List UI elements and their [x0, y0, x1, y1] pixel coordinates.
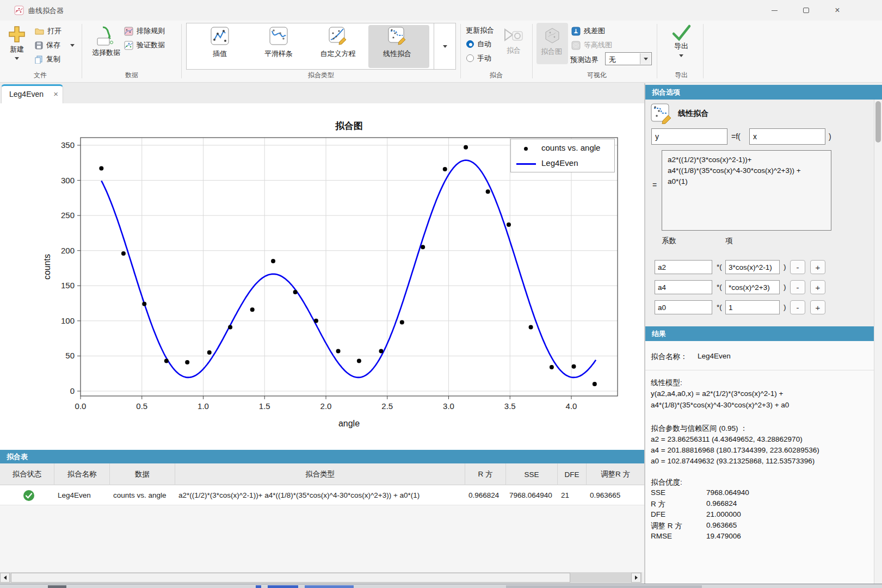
col-rsquare[interactable]: R 方	[465, 463, 506, 485]
add-term-1-button[interactable]: +	[810, 260, 825, 274]
svg-text:2.5: 2.5	[381, 401, 393, 411]
remove-term-3-button[interactable]: -	[790, 300, 805, 314]
equals-label: =	[652, 181, 657, 189]
dependent-variable-input[interactable]	[651, 128, 727, 145]
term-a4-input[interactable]	[725, 280, 780, 294]
svg-text:250: 250	[61, 211, 75, 220]
ribbon-toolbar: 新建 打开 保存 复制 文件 选择数据	[0, 21, 882, 83]
residuals-plot-label: 残差图	[584, 26, 605, 36]
vertical-scrollbar[interactable]	[874, 100, 882, 584]
col-adj-rsquare[interactable]: 调整R 方	[587, 463, 644, 485]
col-dfe[interactable]: DFE	[558, 463, 587, 485]
close-button[interactable]: ×	[825, 3, 850, 17]
ci-title: 拟合参数与信赖区间 (0.95) ：	[651, 424, 748, 434]
fit-table-empty-area	[0, 505, 644, 572]
maximize-button[interactable]	[793, 3, 818, 17]
auto-fit-radio[interactable]: 自动	[466, 39, 491, 49]
fit-plot-toggle-disabled[interactable]: 拟合图	[536, 23, 568, 64]
fit-options-header-bar: 拟合选项	[645, 85, 882, 100]
col-fit-name[interactable]: 拟合名称	[54, 463, 110, 485]
export-button[interactable]: 导出	[666, 24, 696, 57]
svg-text:1.5: 1.5	[259, 401, 270, 411]
remove-term-2-button[interactable]: -	[790, 280, 805, 294]
tab-close-icon[interactable]: ×	[53, 89, 58, 98]
select-data-button[interactable]: 选择数据	[86, 25, 126, 58]
horizontal-scrollbar[interactable]	[0, 572, 642, 583]
exclusion-rules-icon	[124, 27, 133, 36]
fit-type-linear-fitting[interactable]: 线性拟合	[370, 27, 424, 59]
fit-table-row[interactable]: Leg4Even counts vs. angle a2*((1/2)*(3*c…	[0, 485, 644, 505]
terms-header: 项	[725, 236, 733, 246]
open-button[interactable]: 打开	[35, 26, 61, 36]
prediction-bounds-select[interactable]: 无	[605, 52, 652, 65]
remove-term-1-button[interactable]: -	[790, 260, 805, 274]
col-fit-status[interactable]: 拟合状态	[0, 463, 54, 485]
fit-type-interpolation[interactable]: 插值	[193, 27, 247, 59]
legend-item-data: counts vs. angle	[511, 140, 614, 157]
svg-text:1.0: 1.0	[198, 401, 209, 411]
term-a0-input[interactable]	[725, 300, 780, 314]
fx-label: =f(	[731, 132, 741, 141]
col-fit-type[interactable]: 拟合类型	[175, 463, 465, 485]
add-term-2-button[interactable]: +	[810, 280, 825, 294]
manual-fit-radio[interactable]: 手动	[466, 53, 491, 64]
fit-button-label: 拟合	[507, 46, 521, 55]
fit-table-column-headers: 拟合状态 拟合名称 数据 拟合类型 R 方 SSE DFE 调整R 方	[0, 463, 644, 485]
tab-leg4even[interactable]: Leg4Even ×	[1, 84, 63, 103]
combo-arrow-icon	[644, 58, 648, 60]
smoothing-spline-label: 平滑样条	[251, 49, 306, 59]
coeff-a2-input[interactable]	[655, 260, 712, 274]
residuals-plot-button[interactable]: 残差图	[571, 26, 605, 36]
svg-text:0: 0	[70, 386, 75, 395]
model-line-1: y(a2,a4,a0,x) = a2*(1/2)*(3*cos(x)^2-1) …	[651, 389, 783, 398]
save-button[interactable]: 保存	[35, 40, 75, 51]
ci-a4: a4 = 201.88816968 (180.17344399, 223.602…	[651, 446, 819, 454]
col-sse[interactable]: SSE	[506, 463, 558, 485]
vertical-scrollbar-thumb[interactable]	[875, 101, 881, 143]
plus-icon	[8, 25, 26, 45]
coeff-a0-input[interactable]	[655, 300, 712, 314]
equation-editor[interactable]: a2*((1/2)*(3*cos(x)^2-1))+ a4*((1/8)*(35…	[662, 150, 831, 231]
fit-type-smoothing-spline[interactable]: 平滑样条	[251, 27, 306, 59]
app-icon	[14, 5, 24, 15]
legend-fit-label: Leg4Even	[541, 158, 578, 168]
prediction-bounds-dropdown[interactable]	[640, 53, 651, 64]
maximize-icon	[803, 8, 809, 13]
validation-data-button[interactable]: 验证数据	[124, 40, 165, 51]
independent-variable-input[interactable]	[749, 128, 825, 145]
legend-line-marker-icon	[516, 163, 536, 165]
duplicate-button[interactable]: 复制	[35, 54, 60, 65]
exclusion-rules-button[interactable]: 排除规则	[124, 26, 165, 36]
fit-type-gallery-dropdown[interactable]	[434, 23, 456, 69]
linear-fitting-label: 线性拟合	[370, 49, 424, 59]
fit-type-group-label: 拟合类型	[288, 71, 354, 80]
coeff-a4-input[interactable]	[655, 280, 712, 294]
validation-data-label: 验证数据	[137, 40, 165, 50]
minus-label-2: -	[797, 283, 799, 292]
plus-label-1: +	[816, 263, 821, 272]
prediction-bounds-value: 无	[609, 55, 616, 65]
svg-text:50: 50	[65, 351, 75, 360]
minimize-button[interactable]	[762, 3, 787, 17]
contour-plot-button-disabled[interactable]: 等高线图	[571, 40, 612, 51]
copy-label: 复制	[46, 54, 60, 64]
scroll-left-button[interactable]	[0, 573, 10, 583]
manual-label: 手动	[477, 53, 491, 63]
ci-a2: a2 = 23.86256311 (4.43649652, 43.2886297…	[651, 435, 803, 443]
results-header-bar: 结果	[645, 326, 882, 341]
scroll-right-button[interactable]	[631, 573, 641, 583]
add-term-3-button[interactable]: +	[810, 300, 825, 314]
rsquare-cell: 0.966824	[465, 485, 506, 505]
plot-legend[interactable]: counts vs. angle Leg4Even	[510, 139, 615, 172]
term-a2-input[interactable]	[725, 260, 780, 274]
col-data[interactable]: 数据	[110, 463, 175, 485]
svg-text:0.0: 0.0	[75, 401, 87, 411]
fit-type-custom-equation[interactable]: 自定义方程	[311, 27, 365, 59]
data-cell: counts vs. angle	[110, 485, 175, 505]
coefficients-header: 系数	[662, 236, 676, 246]
horizontal-scrollbar-thumb[interactable]	[11, 573, 570, 583]
close-icon: ×	[835, 6, 840, 15]
times-open-1: *(	[717, 263, 722, 271]
new-session-button[interactable]: 新建	[3, 25, 30, 60]
fit-button-disabled[interactable]: 拟合	[498, 27, 529, 55]
